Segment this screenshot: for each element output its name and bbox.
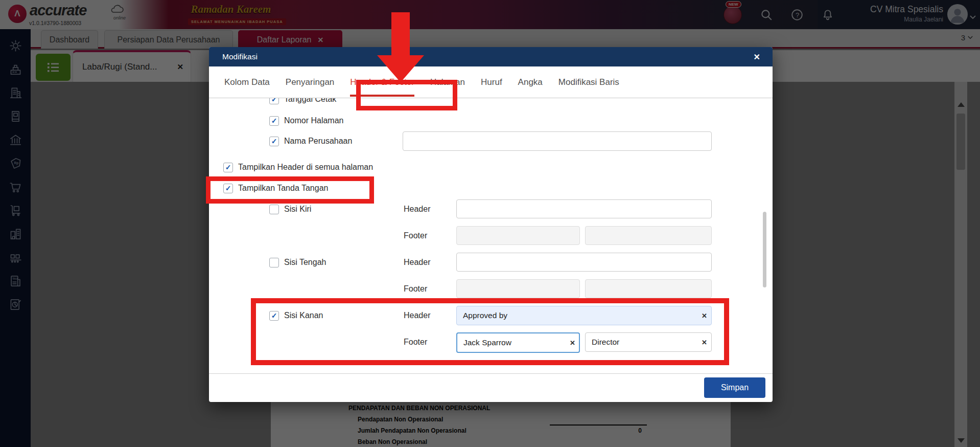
checkbox-label: Tanggal Cetak [284, 98, 336, 104]
field-label-header: Header [404, 311, 430, 320]
sisi-tengah-header-input[interactable] [456, 253, 712, 272]
checkbox[interactable]: ✓ [269, 258, 279, 267]
close-icon[interactable]: ✕ [754, 52, 760, 62]
tab-kolom-data[interactable]: Kolom Data [224, 68, 270, 97]
clear-icon[interactable]: ✕ [702, 312, 707, 320]
checkbox[interactable]: ✓ [269, 137, 279, 146]
sisi-kanan-footer-input-1[interactable] [456, 332, 580, 353]
checkbox-row-nomor-halaman[interactable]: ✓ Nomor Halaman [269, 115, 343, 126]
checkbox[interactable]: ✓ [269, 116, 279, 126]
field-label-footer: Footer [404, 231, 427, 240]
field-label-header: Header [404, 258, 430, 267]
checkbox-row-tanggal-cetak[interactable]: ✓ Tanggal Cetak [269, 98, 336, 105]
checkbox-row-nama-perusahaan[interactable]: ✓ Nama Perusahaan [269, 136, 352, 147]
sisi-kiri-footer-input-2[interactable] [585, 226, 712, 245]
checkbox-label: Nama Perusahaan [284, 137, 352, 146]
tab-angka[interactable]: Angka [518, 68, 543, 97]
checkbox-label: Nomor Halaman [284, 116, 343, 125]
dialog-tab-bar: Kolom Data Penyaringan Header & Footer H… [209, 66, 773, 98]
checkbox-row-sisi-tengah[interactable]: ✓ Sisi Tengah [269, 257, 326, 268]
dialog-body: ✓ Tanggal Cetak ✓ Nomor Halaman ✓ Nama P… [209, 98, 773, 373]
tab-huruf[interactable]: Huruf [481, 68, 502, 97]
sisi-kiri-header-input[interactable] [456, 199, 712, 218]
tab-penyaringan[interactable]: Penyaringan [286, 68, 334, 97]
sisi-kiri-footer-input-1[interactable] [456, 226, 580, 245]
modifikasi-dialog: Modifikasi ✕ Kolom Data Penyaringan Head… [209, 47, 773, 402]
sisi-tengah-footer-input-2[interactable] [585, 279, 712, 298]
save-button[interactable]: Simpan [704, 377, 765, 398]
checkbox[interactable]: ✓ [223, 184, 233, 193]
checkbox-row-tampilkan-header[interactable]: ✓ Tampilkan Header di semua halaman [223, 162, 373, 173]
sisi-kanan-header-input[interactable] [456, 306, 712, 325]
tab-header-footer[interactable]: Header & Footer [350, 68, 414, 97]
checkbox[interactable]: ✓ [223, 163, 233, 172]
checkbox[interactable]: ✓ [269, 205, 279, 214]
checkbox-row-tampilkan-tanda-tangan[interactable]: ✓ Tampilkan Tanda Tangan [223, 183, 328, 194]
sisi-kanan-footer-input-2[interactable] [585, 332, 712, 352]
checkbox-label: Tampilkan Header di semua halaman [238, 163, 373, 172]
sisi-tengah-footer-input-1[interactable] [456, 279, 580, 298]
checkbox-label: Tampilkan Tanda Tangan [238, 184, 328, 193]
checkbox[interactable]: ✓ [269, 311, 279, 321]
checkbox-label: Sisi Kiri [284, 205, 311, 214]
checkbox-label: Sisi Tengah [284, 258, 326, 267]
tab-halaman[interactable]: Halaman [430, 68, 465, 97]
checkbox-row-sisi-kiri[interactable]: ✓ Sisi Kiri [269, 204, 311, 215]
checkbox-row-sisi-kanan[interactable]: ✓ Sisi Kanan [269, 310, 323, 321]
dialog-scrollbar-thumb[interactable] [763, 212, 766, 287]
nama-perusahaan-input[interactable] [403, 131, 712, 151]
sisi-kanan-header-field: ✕ [456, 306, 712, 325]
app-window: Λ accurate online v1.0.1#3790-1880003 Ra… [0, 0, 980, 447]
dialog-title: Modifikasi [222, 52, 258, 61]
sisi-kanan-footer-field-2: ✕ [585, 332, 712, 352]
clear-icon[interactable]: ✕ [570, 339, 575, 347]
dialog-titlebar: Modifikasi ✕ [209, 47, 773, 66]
field-label-footer: Footer [404, 338, 427, 347]
dialog-footer: Simpan [209, 373, 773, 402]
clear-icon[interactable]: ✕ [702, 339, 707, 346]
checkbox-label: Sisi Kanan [284, 311, 323, 320]
tab-modifikasi-baris[interactable]: Modifikasi Baris [558, 68, 619, 97]
checkbox[interactable]: ✓ [269, 98, 279, 104]
sisi-kanan-footer-field-1: ✕ [456, 332, 580, 353]
field-label-footer: Footer [404, 284, 427, 294]
field-label-header: Header [404, 205, 430, 214]
